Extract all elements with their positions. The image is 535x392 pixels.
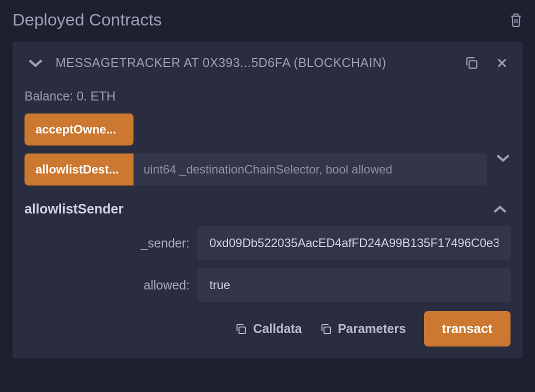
svg-rect-1 xyxy=(239,327,246,334)
contract-title: MESSAGETRACKER AT 0X393...5D6FA (BLOCKCH… xyxy=(56,56,452,70)
allowlistsender-section: allowlistSender _sender: allowed: xyxy=(24,202,510,346)
delete-all-icon[interactable] xyxy=(510,13,522,27)
parameters-label: Parameters xyxy=(338,322,406,336)
copy-icon xyxy=(320,323,332,335)
balance-label: Balance: 0. ETH xyxy=(12,75,522,114)
copy-address-icon[interactable] xyxy=(464,56,478,70)
transact-button[interactable]: transact xyxy=(424,311,510,346)
sender-param-input[interactable] xyxy=(198,226,510,260)
page-title: Deployed Contracts xyxy=(12,10,162,30)
expand-chevron-icon[interactable] xyxy=(496,154,510,186)
calldata-button[interactable]: Calldata xyxy=(235,322,302,336)
allowlistsender-title: allowlistSender xyxy=(24,202,124,217)
allowed-param-input[interactable] xyxy=(198,268,510,302)
close-icon[interactable] xyxy=(496,58,508,68)
svg-rect-0 xyxy=(469,60,476,68)
function-acceptownership-button[interactable]: acceptOwne... xyxy=(24,114,134,146)
function-allowlistdestination-button[interactable]: allowlistDest... xyxy=(24,154,134,186)
parameters-button[interactable]: Parameters xyxy=(320,322,406,336)
allowed-param-label: allowed: xyxy=(24,278,190,292)
copy-icon xyxy=(235,323,247,335)
sender-param-label: _sender: xyxy=(24,236,190,250)
contract-panel: MESSAGETRACKER AT 0X393...5D6FA (BLOCKCH… xyxy=(12,42,522,358)
collapse-chevron-icon[interactable] xyxy=(492,205,508,214)
chevron-down-icon[interactable] xyxy=(28,58,44,68)
allowlistdestination-input[interactable] xyxy=(144,162,476,176)
allowlistdestination-input-wrap xyxy=(134,154,486,186)
svg-rect-2 xyxy=(324,327,330,334)
calldata-label: Calldata xyxy=(253,322,302,336)
